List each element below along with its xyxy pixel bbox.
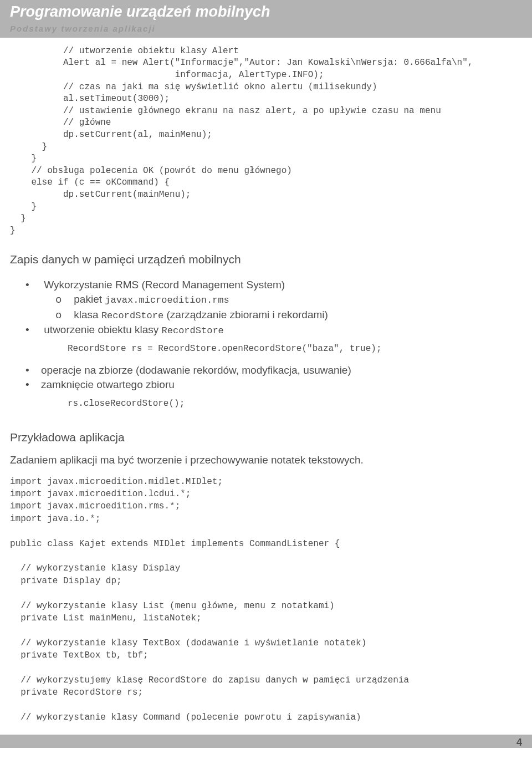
list-item-text: klasa: [74, 309, 101, 320]
code-inline: RecordStore: [162, 325, 224, 336]
bullet-list-1: Wykorzystanie RMS (Record Management Sys…: [10, 278, 522, 338]
code-inline: javax.microedition.rms: [105, 295, 229, 305]
code-block-3: rs.closeRecordStore();: [10, 398, 522, 410]
list-item-text: Wykorzystanie RMS (Record Management Sys…: [44, 279, 285, 291]
section-title-1: Zapis danych w pamięci urządzeń mobilnyc…: [10, 251, 522, 267]
list-item-text: zamknięcie otwartego zbioru: [41, 379, 175, 390]
list-item: Wykorzystanie RMS (Record Management Sys…: [41, 278, 522, 323]
list-item-text: operacje na zbiorze (dodawanie rekordów,…: [41, 364, 351, 376]
list-item-text: pakiet: [74, 293, 105, 305]
bullet-list-2: operacje na zbiorze (dodawanie rekordów,…: [10, 363, 522, 393]
list-item: utworzenie obiektu klasy RecordStore: [41, 323, 522, 338]
nested-list: pakiet javax.microedition.rms klasa Reco…: [41, 292, 522, 323]
list-item-text: utworzenie obiektu klasy: [44, 324, 161, 335]
code-block-1: // utworzenie obiektu klasy Alert Alert …: [10, 45, 522, 237]
page-body: // utworzenie obiektu klasy Alert Alert …: [0, 38, 532, 724]
list-item: klasa RecordStore (zarządzanie zbiorami …: [71, 308, 522, 323]
list-item: zamknięcie otwartego zbioru: [41, 378, 522, 393]
page-number: 4: [516, 736, 522, 748]
section-title-2: Przykładowa aplikacja: [10, 429, 522, 445]
header-title: Programowanie urządzeń mobilnych: [10, 2, 522, 23]
page-header: Programowanie urządzeń mobilnych Podstaw…: [0, 0, 532, 38]
list-item-text: (zarządzanie zbiorami i rekordami): [163, 309, 328, 320]
header-subtitle: Podstawy tworzenia aplikacji: [10, 23, 522, 34]
paragraph: Zadaniem aplikacji ma być tworzenie i pr…: [10, 453, 522, 468]
list-item: operacje na zbiorze (dodawanie rekordów,…: [41, 363, 522, 378]
list-item: pakiet javax.microedition.rms: [71, 292, 522, 308]
page-footer: 4: [0, 735, 532, 748]
code-block-4: import javax.microedition.midlet.MIDlet;…: [10, 476, 522, 724]
code-block-2: RecordStore rs = RecordStore.openRecordS…: [10, 343, 522, 355]
code-inline: RecordStore: [101, 310, 163, 321]
